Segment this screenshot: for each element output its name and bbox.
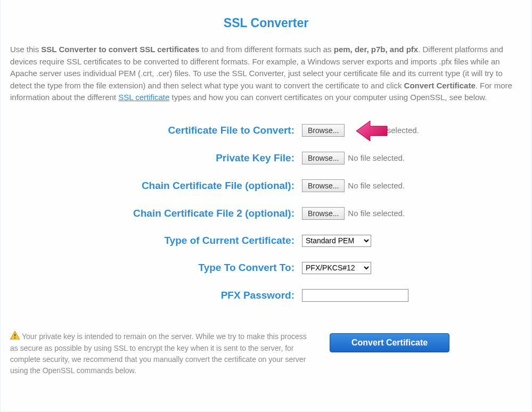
- ssl-certificate-link[interactable]: SSL certificate: [118, 93, 169, 102]
- browse-chain-cert-1-button[interactable]: Browse...: [302, 179, 345, 192]
- row-chain-cert-1: Chain Certificate File (optional): Brows…: [10, 179, 522, 192]
- browse-chain-cert-2-button[interactable]: Browse...: [302, 207, 345, 220]
- label-convert-to: Type To Convert To:: [10, 262, 302, 274]
- intro-text: types and how you can convert certificat…: [169, 93, 487, 102]
- form-wrap: Certificate File to Convert: Browse... f…: [10, 124, 522, 302]
- select-current-type[interactable]: Standard PEM: [302, 235, 371, 247]
- security-note: Your private key is intended to remain o…: [10, 331, 308, 376]
- label-chain-cert-2: Chain Certificate File 2 (optional):: [10, 208, 302, 219]
- svg-rect-3: [14, 337, 15, 339]
- convert-wrap: Convert Certificate: [330, 331, 449, 352]
- status-chain-cert-1: No file selected.: [348, 181, 405, 190]
- row-current-type: Type of Current Certificate: Standard PE…: [10, 235, 522, 247]
- status-certificate-file: file selected.: [374, 126, 419, 135]
- row-private-key: Private Key File: Browse... No file sele…: [10, 152, 522, 164]
- intro-paragraph: Use this SSL Converter to convert SSL ce…: [10, 44, 522, 104]
- page-title: SSL Converter: [10, 16, 522, 30]
- select-convert-to[interactable]: PFX/PKCS#12: [302, 262, 371, 274]
- convert-certificate-button[interactable]: Convert Certificate: [330, 333, 449, 352]
- browse-private-key-button[interactable]: Browse...: [302, 152, 345, 164]
- label-certificate-file: Certificate File to Convert:: [10, 125, 302, 136]
- footer-row: Your private key is intended to remain o…: [10, 331, 522, 376]
- page-container: SSL Converter Use this SSL Converter to …: [0, 0, 532, 412]
- label-pfx-password: PFX Password:: [10, 290, 302, 301]
- intro-bold-2: pem, der, p7b, and pfx: [334, 45, 418, 54]
- warning-icon: [10, 331, 20, 343]
- label-current-type: Type of Current Certificate:: [10, 235, 302, 246]
- status-private-key: No file selected.: [348, 153, 405, 162]
- intro-bold-1: SSL Converter to convert SSL certificate…: [41, 45, 199, 54]
- row-chain-cert-2: Chain Certificate File 2 (optional): Bro…: [10, 207, 522, 220]
- label-chain-cert-1: Chain Certificate File (optional):: [10, 180, 302, 192]
- row-pfx-password: PFX Password:: [10, 289, 522, 302]
- row-convert-to: Type To Convert To: PFX/PKCS#12: [10, 262, 522, 274]
- status-chain-cert-2: No file selected.: [348, 209, 405, 218]
- intro-text: to and from different formats such as: [199, 45, 333, 54]
- browse-certificate-button[interactable]: Browse...: [302, 124, 345, 137]
- label-private-key: Private Key File:: [10, 152, 302, 164]
- security-note-text: Your private key is intended to remain o…: [10, 332, 307, 375]
- intro-text: Use this: [10, 45, 41, 54]
- row-certificate-file: Certificate File to Convert: Browse... f…: [10, 124, 522, 137]
- input-pfx-password[interactable]: [302, 289, 408, 302]
- intro-bold-3: Convert Certificate: [404, 81, 476, 90]
- svg-rect-2: [14, 334, 15, 336]
